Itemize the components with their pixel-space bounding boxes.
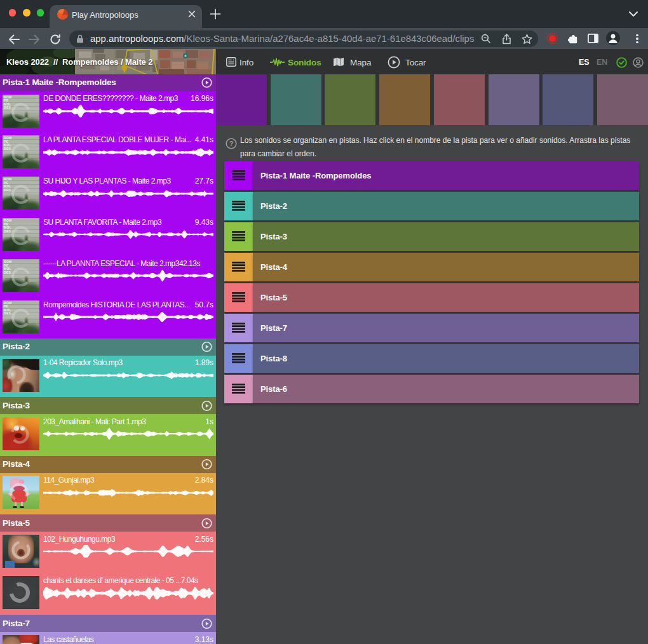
svg-text:?: ?: [229, 140, 234, 147]
